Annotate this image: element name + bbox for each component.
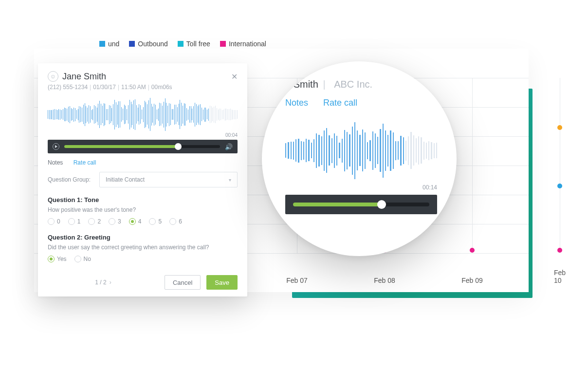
call-metadata: (212) 555-1234 | 01/30/17 | 11:50 AM | 0… — [48, 84, 238, 91]
bubble-tabs: Notes Rate call — [285, 98, 437, 108]
q1-option[interactable]: 0 — [48, 218, 60, 225]
panel-tabs: Notes Rate call — [48, 159, 238, 166]
meta-phone: (212) 555-1234 — [48, 84, 88, 91]
q1-option[interactable]: 5 — [149, 218, 162, 225]
legend-swatch — [220, 41, 226, 47]
q2-options: YesNo — [48, 256, 238, 262]
legend-swatch — [99, 41, 105, 47]
bubble-tab-rate[interactable]: Rate call — [323, 98, 357, 108]
x-axis-label: Feb 08 — [374, 277, 395, 284]
chart-point[interactable] — [557, 248, 562, 253]
meta-date: 01/30/17 — [93, 84, 116, 91]
chart-legend: undOutboundToll freeInternational — [99, 40, 266, 48]
question-2: Question 2: Greeting Did the user say th… — [48, 234, 238, 262]
legend-label: und — [108, 40, 119, 48]
question-1: Question 1: Tone How positive was the us… — [48, 196, 238, 225]
chevron-right-icon[interactable]: › — [110, 279, 111, 286]
x-axis-label: Feb 09 — [461, 277, 483, 284]
chevron-down-icon: ▾ — [229, 177, 231, 183]
rate-call-panel: ☺ Jane Smith ✕ (212) 555-1234 | 01/30/17… — [38, 63, 247, 296]
contact-name: Jane Smith — [62, 72, 227, 82]
radio-icon — [68, 218, 75, 225]
play-icon[interactable] — [53, 143, 59, 150]
q2-option[interactable]: Yes — [48, 256, 67, 262]
radio-icon — [88, 218, 95, 225]
chart-point[interactable] — [557, 125, 562, 130]
legend-item: Toll free — [178, 40, 210, 48]
tab-rate-call[interactable]: Rate call — [74, 159, 96, 166]
waveform-big[interactable] — [285, 119, 437, 182]
q1-option[interactable]: 1 — [68, 218, 81, 225]
bubble-player-knob[interactable] — [377, 200, 386, 209]
bubble-audio-player — [285, 195, 437, 214]
question-group-label: Question Group: — [48, 176, 91, 183]
q1-option[interactable]: 2 — [88, 218, 101, 225]
legend-item: International — [220, 40, 266, 48]
q2-title: Question 2: Greeting — [48, 234, 238, 241]
bubble-title: e Smith | ABC Inc. — [285, 79, 437, 90]
chart-point[interactable] — [470, 248, 475, 253]
legend-item: und — [99, 40, 119, 48]
pager: 1 / 2 › — [95, 279, 111, 286]
q1-prompt: How positive was the user's tone? — [48, 206, 238, 213]
bubble-company: ABC Inc. — [334, 79, 372, 90]
bubble-player-fill — [293, 203, 382, 206]
meta-duration: 00m06s — [151, 84, 172, 91]
tab-notes[interactable]: Notes — [48, 159, 63, 166]
question-group-value: Initiate Contact — [106, 176, 145, 183]
q2-prompt: Did the user say the correct greeting wh… — [48, 244, 238, 251]
meta-time: 11:50 AM — [121, 84, 146, 91]
legend-label: Toll free — [186, 40, 210, 48]
cancel-button[interactable]: Cancel — [165, 275, 201, 290]
legend-label: International — [229, 40, 266, 48]
bubble-tab-notes[interactable]: Notes — [285, 98, 308, 108]
radio-icon — [109, 218, 115, 225]
question-group-select[interactable]: Initiate Contact ▾ — [99, 172, 238, 187]
q1-option[interactable]: 4 — [129, 218, 142, 225]
legend-swatch — [178, 41, 184, 47]
q1-scale: 0123456 — [48, 218, 238, 225]
radio-icon — [149, 218, 156, 225]
close-icon[interactable]: ✕ — [231, 72, 238, 81]
q2-option[interactable]: No — [74, 256, 91, 262]
radio-icon — [74, 256, 81, 262]
radio-icon — [48, 256, 55, 262]
legend-swatch — [129, 41, 135, 47]
audio-player: 🔊 — [48, 140, 238, 153]
bubble-player-track[interactable] — [293, 203, 429, 206]
chart-point[interactable] — [557, 184, 562, 188]
x-axis-label: Feb 10 — [554, 269, 566, 284]
save-button[interactable]: Save — [206, 275, 238, 290]
player-track[interactable] — [64, 145, 220, 148]
radio-icon — [48, 218, 55, 225]
q1-title: Question 1: Tone — [48, 196, 238, 204]
legend-item: Outbound — [129, 40, 168, 48]
waveform-time: 00:04 — [48, 132, 238, 138]
radio-icon — [169, 218, 176, 225]
x-axis-label: Feb 07 — [286, 277, 308, 284]
radio-icon — [129, 218, 136, 225]
waveform-small[interactable] — [48, 95, 238, 133]
callout-bubble: e Smith | ABC Inc. Notes Rate call 00:14 — [262, 61, 457, 256]
q1-option[interactable]: 3 — [109, 218, 121, 225]
player-progress-fill — [64, 145, 178, 148]
contact-avatar-icon: ☺ — [48, 71, 58, 82]
player-knob[interactable] — [175, 143, 182, 150]
q1-option[interactable]: 6 — [169, 218, 182, 225]
volume-icon[interactable]: 🔊 — [225, 143, 233, 150]
bubble-waveform-time: 00:14 — [285, 184, 437, 191]
legend-label: Outbound — [138, 40, 168, 48]
